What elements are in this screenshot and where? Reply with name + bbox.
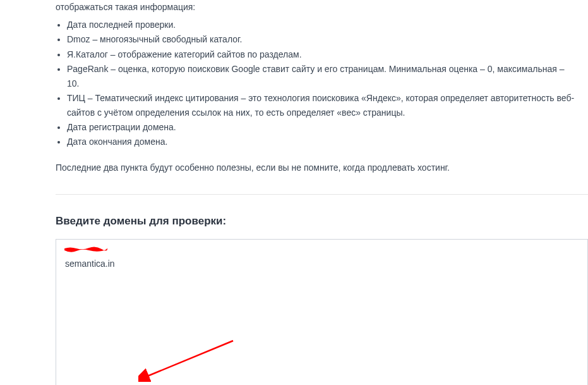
partial-text-line: отображаться такая информация: — [0, 0, 588, 14]
list-item: Я.Каталог – отображение категорий сайтов… — [67, 47, 588, 62]
list-item: ТИЦ – Тематический индекс цитирования – … — [67, 91, 588, 120]
list-item: Дата регистрации домена. — [67, 120, 588, 135]
domains-textarea[interactable] — [56, 240, 587, 385]
list-item: Dmoz – многоязычный свободный каталог. — [67, 32, 588, 47]
textarea-container — [56, 239, 588, 385]
form-heading: Введите домены для проверки: — [56, 215, 588, 228]
info-bullet-list: Дата последней проверки. Dmoz – многоязы… — [0, 18, 588, 149]
list-item: Дата окончания домена. — [67, 135, 588, 149]
list-item: PageRank – оценка, которую поисковик Goo… — [67, 62, 588, 91]
note-paragraph: Последние два пункта будут особенно поле… — [0, 161, 588, 174]
list-item: Дата последней проверки. — [67, 18, 588, 32]
domain-check-form: Введите домены для проверки: Проверить — [0, 195, 588, 385]
